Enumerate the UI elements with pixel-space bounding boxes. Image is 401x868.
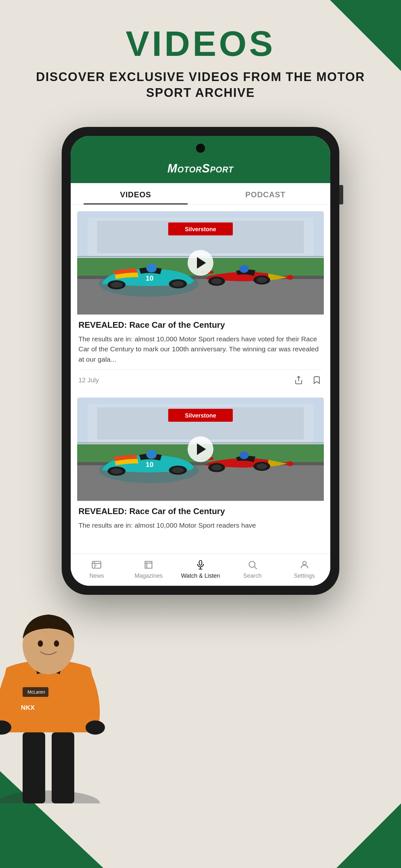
svg-point-25 [111, 282, 122, 288]
share-button-1[interactable] [293, 374, 305, 386]
nav-label-watch-listen: Watch & Listen [181, 572, 220, 579]
svg-point-58 [257, 463, 267, 469]
camera-dot [196, 144, 205, 153]
app-header: MotorSport [71, 155, 330, 183]
nav-label-settings: Settings [294, 572, 315, 579]
svg-point-56 [212, 465, 222, 470]
card-footer-1: 12 July [79, 369, 322, 386]
svg-rect-60 [92, 562, 101, 568]
magazine-icon [142, 559, 155, 570]
svg-point-34 [240, 265, 249, 273]
mic-icon [194, 559, 207, 570]
app-logo: MotorSport [71, 162, 330, 175]
svg-line-69 [254, 567, 257, 569]
play-triangle-2 [197, 443, 206, 455]
svg-rect-1 [23, 733, 45, 803]
newspaper-icon [90, 559, 103, 570]
svg-point-27 [172, 281, 184, 287]
svg-rect-2 [52, 733, 74, 803]
play-button-1[interactable] [188, 250, 213, 276]
svg-text:McLaren: McLaren [27, 689, 45, 694]
bg-decoration-bottom-right [336, 803, 401, 868]
page-subtitle: DISCOVER EXCLUSIVE VIDEOS FROM THE MOTOR… [0, 69, 401, 101]
phone-screen: MotorSport VIDEOS PODCAST [71, 136, 330, 586]
nav-item-news[interactable]: News [71, 559, 123, 579]
svg-point-6 [86, 720, 105, 735]
card-date-1: 12 July [79, 376, 99, 384]
bottom-nav: News Magazines [71, 554, 330, 586]
tab-podcast[interactable]: PODCAST [201, 183, 330, 205]
svg-point-48 [146, 450, 157, 459]
svg-point-33 [257, 277, 267, 283]
play-triangle-1 [197, 257, 206, 269]
nav-item-watch-listen[interactable]: Watch & Listen [175, 559, 227, 579]
card-content-1: REVEALED: Race Car of the Century The re… [77, 314, 324, 391]
svg-text:Silverstone: Silverstone [185, 412, 216, 419]
card-content-2: REVEALED: Race Car of the Century The re… [77, 501, 324, 540]
svg-text:NKX: NKX [21, 704, 35, 711]
svg-point-52 [172, 467, 184, 473]
nav-label-search: Search [243, 572, 261, 579]
svg-point-50 [111, 468, 122, 474]
svg-rect-65 [199, 561, 202, 565]
tab-bar: VIDEOS PODCAST [71, 183, 330, 205]
nav-item-search[interactable]: Search [226, 559, 278, 579]
phone-container: MotorSport VIDEOS PODCAST [0, 127, 401, 595]
card-actions-1 [293, 374, 322, 386]
video-thumbnail-1[interactable]: Silverstone [77, 211, 324, 314]
page-title: VIDEOS [0, 26, 401, 61]
person-icon [298, 559, 311, 570]
nav-item-settings[interactable]: Settings [278, 559, 330, 579]
svg-point-70 [303, 562, 306, 565]
logo-sport: Sport [202, 162, 234, 175]
svg-point-23 [146, 264, 157, 273]
svg-point-31 [212, 278, 222, 284]
search-icon [246, 559, 259, 570]
video-card-2: Silverstone [77, 398, 324, 540]
card-excerpt-2: The results are in: almost 10,000 Motor … [79, 520, 322, 531]
bookmark-button-1[interactable] [311, 374, 322, 386]
phone-notch [71, 136, 330, 155]
svg-text:10: 10 [146, 461, 153, 469]
svg-point-9 [54, 640, 59, 647]
card-title-1: REVEALED: Race Car of the Century [79, 320, 322, 331]
tab-videos[interactable]: VIDEOS [71, 183, 201, 205]
nav-item-magazines[interactable]: Magazines [123, 559, 175, 579]
svg-text:Silverstone: Silverstone [185, 226, 216, 232]
svg-text:10: 10 [146, 274, 153, 282]
logo-motor: Motor [167, 162, 202, 175]
svg-point-59 [240, 452, 249, 459]
app-content: Silverstone [71, 205, 330, 554]
svg-point-0 [0, 790, 100, 803]
play-button-2[interactable] [188, 436, 213, 462]
svg-point-8 [38, 640, 43, 647]
card-title-2: REVEALED: Race Car of the Century [79, 506, 322, 517]
card-excerpt-1: The results are in: almost 10,000 Motor … [79, 334, 322, 365]
person-figure: McLaren NKX [0, 578, 116, 803]
svg-point-68 [249, 562, 255, 568]
video-card-1: Silverstone [77, 211, 324, 391]
nav-label-magazines: Magazines [135, 572, 163, 579]
nav-label-news: News [89, 572, 104, 579]
video-thumbnail-2[interactable]: Silverstone [77, 398, 324, 501]
page-header: VIDEOS DISCOVER EXCLUSIVE VIDEOS FROM TH… [0, 0, 401, 114]
phone-mockup: MotorSport VIDEOS PODCAST [62, 127, 339, 595]
